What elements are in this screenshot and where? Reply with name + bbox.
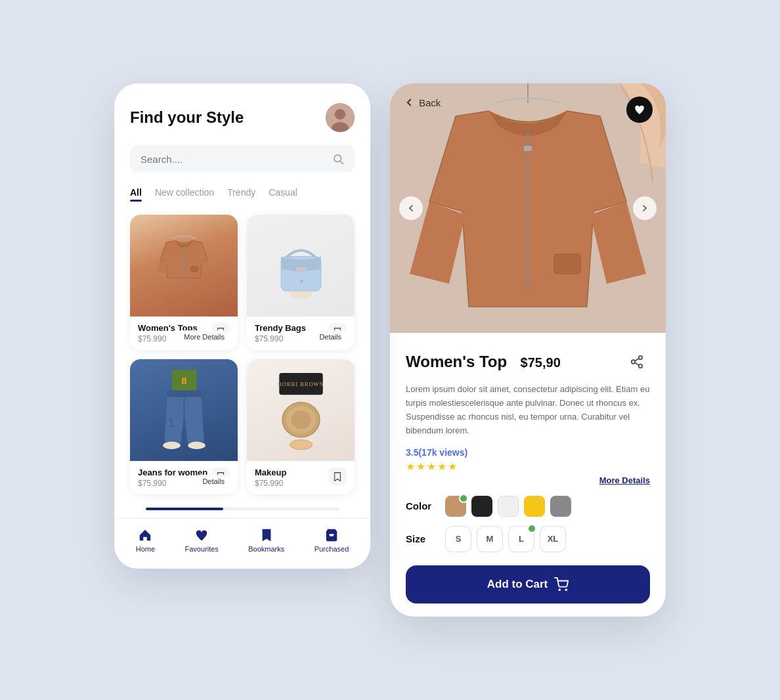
size-btn-xl[interactable]: XL (540, 526, 566, 552)
nav-favourites[interactable]: Favourites (184, 528, 218, 553)
size-btn-m[interactable]: M (477, 526, 503, 552)
svg-line-4 (340, 162, 343, 164)
svg-text:✦: ✦ (298, 278, 303, 285)
size-options: S M L XL (445, 526, 566, 552)
stars-row: ★ ★ ★ ★ ★ (406, 460, 650, 473)
nav-bookmarks-label: Bookmarks (248, 545, 284, 553)
svg-point-23 (290, 440, 312, 450)
progress-fill (146, 508, 223, 510)
svg-line-33 (635, 359, 639, 361)
nav-favourites-label: Favourites (184, 545, 218, 553)
product-image-1 (130, 215, 238, 317)
back-arrow-icon (403, 97, 415, 108)
rating-text: 3.5(17k views) (406, 447, 467, 458)
nav-home-label: Home (136, 545, 155, 553)
prev-image-button[interactable] (399, 196, 423, 220)
product-hero: Back (390, 83, 666, 333)
svg-rect-14 (166, 391, 201, 397)
svg-rect-10 (295, 267, 305, 273)
details-badge-2[interactable]: Details (313, 330, 348, 343)
svg-rect-28 (554, 254, 580, 274)
nav-bookmarks[interactable]: Bookmarks (248, 528, 284, 553)
phone-left: Find your Style (114, 83, 370, 569)
svg-point-1 (335, 109, 345, 120)
share-button[interactable] (624, 349, 650, 375)
svg-point-35 (566, 589, 567, 590)
share-icon (630, 355, 644, 369)
star-5: ★ (448, 460, 457, 473)
product-detail-panel: Women's Top $75,90 Lorem ipsum dolor sit… (390, 333, 666, 616)
color-swatch-white[interactable] (498, 496, 519, 517)
chevron-left-icon (406, 203, 416, 213)
color-swatch-tan[interactable] (445, 496, 466, 517)
svg-text:8: 8 (181, 375, 186, 386)
product-card-1[interactable]: More Details Women's Tops $75.990 (130, 215, 238, 350)
app-container: Find your Style (114, 83, 666, 616)
size-label: Size (406, 533, 439, 544)
details-badge-1[interactable]: More Details (177, 330, 231, 343)
scroll-progress (146, 508, 339, 510)
product-name-4: Makeup (255, 468, 286, 477)
color-swatches (445, 496, 571, 517)
size-btn-s[interactable]: S (445, 526, 471, 552)
detail-title: Women's Top (406, 353, 507, 370)
search-input[interactable] (141, 154, 326, 165)
svg-point-16 (163, 441, 181, 448)
bottom-nav: Home Favourites Bookmarks Purchased (114, 518, 370, 569)
product-price-4: $75.990 (255, 479, 286, 488)
phone-right: Back Women's Top (390, 83, 666, 616)
tab-casual[interactable]: Casual (269, 187, 297, 202)
star-3: ★ (427, 460, 436, 473)
nav-purchased-label: Purchased (314, 545, 349, 553)
home-icon (138, 528, 152, 542)
add-to-cart-button[interactable]: Add to Cart (406, 565, 650, 603)
detail-price: $75,90 (521, 355, 561, 370)
svg-text:BOBBI BROWN: BOBBI BROWN (278, 381, 324, 387)
back-label: Back (419, 97, 441, 108)
details-badge-3[interactable]: Details (196, 475, 231, 488)
bookmark-icon (259, 528, 274, 542)
rating-row: 3.5(17k views) (406, 447, 650, 458)
product-card-4[interactable]: BOBBI BROWN Makeup $75.990 (247, 359, 355, 494)
heart-icon (194, 528, 209, 542)
bag-icon (324, 528, 339, 542)
avatar-image (326, 103, 355, 132)
app-title: Find your Style (130, 108, 244, 127)
size-btn-l[interactable]: L (508, 526, 534, 552)
star-4: ★ (437, 460, 446, 473)
more-details-link[interactable]: More Details (599, 475, 650, 485)
next-image-button[interactable] (633, 196, 657, 220)
color-swatch-gray[interactable] (550, 496, 571, 517)
star-2: ★ (416, 460, 425, 473)
svg-point-34 (559, 589, 561, 590)
product-grid: More Details Women's Tops $75.990 (130, 215, 355, 501)
color-swatch-black[interactable] (471, 496, 492, 517)
tabs-row: All New collection Trendy Casual (130, 187, 355, 202)
product-card-2[interactable]: ✦ Details Trendy Bags $75.990 (247, 215, 355, 350)
color-label: Color (406, 500, 439, 512)
search-bar[interactable] (130, 145, 355, 173)
heart-filled-icon (634, 104, 645, 116)
tab-new-collection[interactable]: New collection (155, 187, 214, 202)
size-row: Size S M L XL (406, 526, 650, 552)
header-row: Find your Style (130, 103, 355, 132)
back-button[interactable]: Back (403, 97, 441, 108)
product-card-3[interactable]: 8 (130, 359, 238, 494)
chevron-right-icon (639, 203, 650, 213)
nav-purchased[interactable]: Purchased (314, 528, 349, 553)
svg-rect-27 (524, 146, 532, 151)
product-name-2: Trendy Bags (255, 323, 306, 333)
product-info-4: Makeup $75.990 (247, 461, 355, 494)
bookmark-btn-4[interactable] (328, 468, 347, 486)
product-image-3: 8 (130, 359, 238, 461)
search-icon (332, 153, 344, 165)
tab-all[interactable]: All (130, 187, 142, 202)
tab-trendy[interactable]: Trendy (227, 187, 255, 202)
product-image-4: BOBBI BROWN (247, 359, 355, 461)
nav-home[interactable]: Home (136, 528, 155, 553)
color-swatch-yellow[interactable] (524, 496, 545, 517)
color-row: Color (406, 496, 650, 517)
detail-title-row: Women's Top $75,90 (406, 349, 650, 375)
detail-description: Lorem ipsum dolor sit amet, consectetur … (406, 383, 650, 437)
avatar[interactable] (326, 103, 355, 132)
